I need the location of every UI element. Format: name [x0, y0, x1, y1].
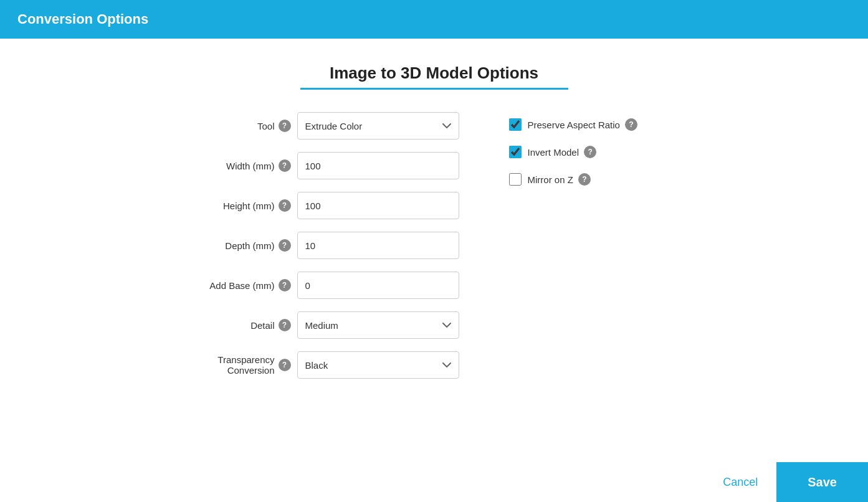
transparency-row: Transparency Conversion ? Black White Tr…: [173, 351, 459, 379]
depth-row: Depth (mm) ?: [173, 232, 459, 259]
mirror-on-z-label: Mirror on Z ?: [528, 173, 591, 186]
tool-help-icon: ?: [279, 120, 291, 132]
title-underline: [300, 88, 568, 90]
add-base-row: Add Base (mm) ?: [173, 272, 459, 299]
invert-model-checkbox[interactable]: [509, 146, 522, 158]
mirror-on-z-help-icon: ?: [578, 173, 591, 186]
preserve-aspect-ratio-checkbox[interactable]: [509, 118, 522, 131]
right-column: Preserve Aspect Ratio ? Invert Model ? M…: [509, 112, 696, 391]
transparency-label: Transparency Conversion ?: [173, 354, 297, 376]
add-base-label: Add Base (mm) ?: [173, 279, 297, 291]
height-row: Height (mm) ?: [173, 192, 459, 219]
detail-select[interactable]: Low Medium High: [297, 311, 459, 339]
height-label: Height (mm) ?: [173, 199, 297, 212]
mirror-on-z-checkbox[interactable]: [509, 173, 522, 186]
height-input[interactable]: [297, 192, 459, 219]
invert-model-label: Invert Model ?: [528, 146, 597, 158]
detail-help-icon: ?: [279, 319, 291, 331]
tool-label: Tool ?: [173, 120, 297, 132]
preserve-aspect-ratio-label: Preserve Aspect Ratio ?: [528, 118, 637, 131]
invert-model-help-icon: ?: [584, 146, 596, 158]
invert-model-row: Invert Model ?: [509, 146, 696, 158]
main-content: Image to 3D Model Options Tool ? Extrude…: [0, 39, 868, 502]
width-row: Width (mm) ?: [173, 152, 459, 179]
tool-row: Tool ? Extrude Color Extrude Grayscale L…: [173, 112, 459, 140]
preserve-aspect-ratio-row: Preserve Aspect Ratio ?: [509, 118, 696, 131]
left-column: Tool ? Extrude Color Extrude Grayscale L…: [173, 112, 459, 391]
page-title: Image to 3D Model Options: [330, 64, 538, 83]
add-base-input[interactable]: [297, 272, 459, 299]
app-title: Conversion Options: [17, 11, 148, 27]
depth-label: Depth (mm) ?: [173, 239, 297, 252]
transparency-help-icon: ?: [279, 359, 291, 371]
transparency-select[interactable]: Black White Transparent: [297, 351, 459, 379]
cancel-button[interactable]: Cancel: [704, 462, 776, 502]
detail-row: Detail ? Low Medium High: [173, 311, 459, 339]
form-area: Tool ? Extrude Color Extrude Grayscale L…: [107, 112, 761, 391]
width-help-icon: ?: [279, 159, 291, 172]
add-base-help-icon: ?: [279, 279, 291, 291]
depth-help-icon: ?: [279, 239, 291, 252]
mirror-on-z-row: Mirror on Z ?: [509, 173, 696, 186]
depth-input[interactable]: [297, 232, 459, 259]
height-help-icon: ?: [279, 199, 291, 212]
width-input[interactable]: [297, 152, 459, 179]
width-label: Width (mm) ?: [173, 159, 297, 172]
detail-label: Detail ?: [173, 319, 297, 331]
save-button[interactable]: Save: [776, 462, 868, 502]
preserve-aspect-ratio-help-icon: ?: [625, 118, 637, 131]
tool-select[interactable]: Extrude Color Extrude Grayscale Lithopha…: [297, 112, 459, 140]
footer-buttons: Cancel Save: [704, 462, 868, 502]
app-header: Conversion Options: [0, 0, 868, 39]
